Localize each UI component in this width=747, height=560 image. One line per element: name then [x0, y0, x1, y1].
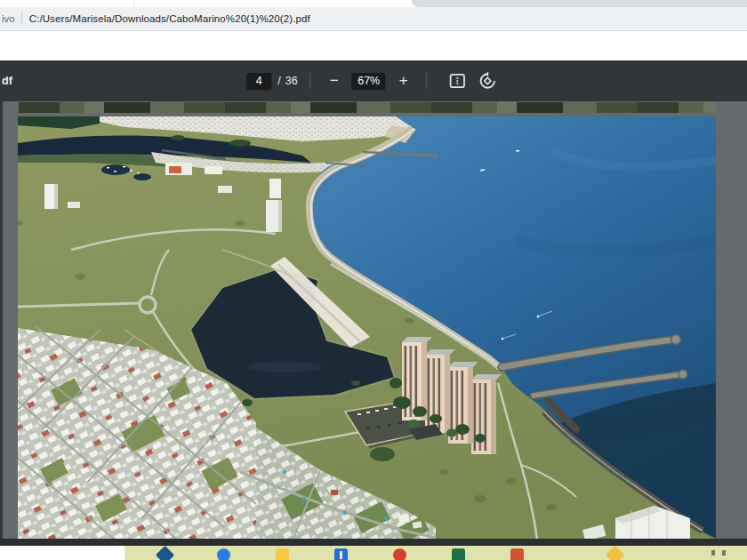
address-bar-separator [21, 12, 22, 25]
toolbar-separator [310, 73, 311, 89]
address-bar[interactable]: ivo C:/Users/Marisela/Downloads/CaboMari… [0, 7, 747, 31]
pdf-toolbar-controls: 4 / 36 − 67% + [246, 60, 500, 101]
taskbar-tray-partial[interactable] [711, 550, 715, 556]
folder-icon[interactable] [276, 548, 289, 560]
taskbar-tray-partial[interactable] [722, 550, 726, 556]
screen: ivo C:/Users/Marisela/Downloads/CaboMari… [0, 0, 747, 560]
taskbar [0, 546, 747, 560]
excel-icon[interactable] [452, 548, 465, 560]
taskbar-search-area[interactable] [0, 546, 125, 560]
zoom-out-button[interactable]: − [324, 68, 345, 93]
url-text: C:/Users/Marisela/Downloads/CaboMarino%2… [29, 13, 310, 24]
zoom-in-button[interactable]: + [393, 68, 414, 93]
page-total: 36 [285, 75, 298, 87]
word-icon-bar [340, 551, 342, 559]
browser-circle-icon[interactable] [217, 548, 230, 560]
aerial-photo [18, 116, 716, 539]
browser-gap [0, 31, 747, 60]
word-icon[interactable] [334, 548, 348, 560]
tab-divider [133, 0, 134, 7]
page-number-input[interactable]: 4 [246, 73, 271, 90]
page-divider: / [277, 75, 280, 87]
photos-icon[interactable] [606, 546, 624, 560]
pdf-toolbar: df 4 / 36 − 67% + [0, 60, 747, 101]
browser-tab-strip[interactable] [0, 0, 747, 7]
pdf-title-partial: df [2, 60, 12, 101]
powerpoint-icon[interactable] [510, 548, 524, 560]
toolbar-separator [427, 73, 428, 89]
fit-to-page-button[interactable] [446, 68, 470, 93]
red-app-icon[interactable] [393, 548, 406, 560]
menu-label-partial[interactable]: ivo [2, 13, 15, 24]
edge-icon[interactable] [156, 546, 174, 560]
window-bottom-edge [0, 539, 747, 546]
pdf-viewport[interactable] [0, 101, 747, 539]
rotate-counterclockwise-icon [478, 71, 498, 91]
previous-page-sliver [19, 102, 716, 113]
zoom-level[interactable]: 67% [352, 73, 386, 90]
fit-to-page-icon [448, 71, 468, 91]
inactive-tab-area[interactable] [412, 0, 747, 7]
rotate-button[interactable] [476, 68, 501, 93]
pdf-page [18, 116, 716, 539]
